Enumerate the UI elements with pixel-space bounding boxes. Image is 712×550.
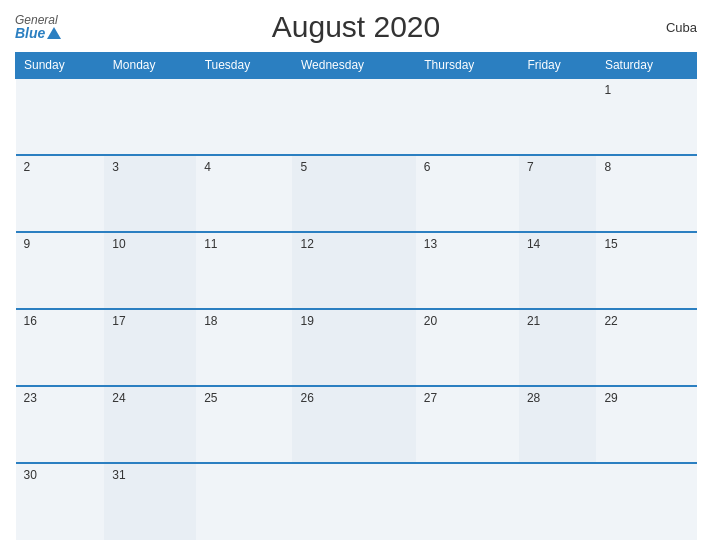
- calendar-day-cell: 22: [596, 309, 696, 386]
- calendar-day-cell: [416, 78, 519, 155]
- day-number: 15: [604, 237, 617, 251]
- calendar-day-cell: 30: [16, 463, 105, 540]
- calendar-header: General Blue August 2020 Cuba: [15, 10, 697, 44]
- day-number: 29: [604, 391, 617, 405]
- day-number: 4: [204, 160, 211, 174]
- calendar-day-cell: 1: [596, 78, 696, 155]
- day-number: 31: [112, 468, 125, 482]
- day-number: 13: [424, 237, 437, 251]
- day-number: 28: [527, 391, 540, 405]
- calendar-day-cell: [196, 463, 292, 540]
- calendar-day-cell: 26: [292, 386, 415, 463]
- day-number: 20: [424, 314, 437, 328]
- day-number: 2: [24, 160, 31, 174]
- calendar-day-cell: 2: [16, 155, 105, 232]
- calendar-day-cell: 19: [292, 309, 415, 386]
- calendar-day-cell: 16: [16, 309, 105, 386]
- day-number: 10: [112, 237, 125, 251]
- calendar-day-cell: 17: [104, 309, 196, 386]
- day-number: 8: [604, 160, 611, 174]
- weekday-header-row: Sunday Monday Tuesday Wednesday Thursday…: [16, 53, 697, 79]
- day-number: 14: [527, 237, 540, 251]
- day-number: 9: [24, 237, 31, 251]
- logo-blue-text: Blue: [15, 26, 61, 40]
- calendar-week-row: 1: [16, 78, 697, 155]
- calendar-week-row: 9101112131415: [16, 232, 697, 309]
- calendar-week-row: 16171819202122: [16, 309, 697, 386]
- calendar-day-cell: 28: [519, 386, 596, 463]
- calendar-day-cell: [519, 463, 596, 540]
- day-number: 5: [300, 160, 307, 174]
- header-wednesday: Wednesday: [292, 53, 415, 79]
- day-number: 17: [112, 314, 125, 328]
- day-number: 21: [527, 314, 540, 328]
- calendar-day-cell: [292, 78, 415, 155]
- day-number: 30: [24, 468, 37, 482]
- calendar-day-cell: 10: [104, 232, 196, 309]
- day-number: 23: [24, 391, 37, 405]
- calendar-day-cell: 20: [416, 309, 519, 386]
- calendar-day-cell: 15: [596, 232, 696, 309]
- calendar-day-cell: 7: [519, 155, 596, 232]
- calendar-table: Sunday Monday Tuesday Wednesday Thursday…: [15, 52, 697, 540]
- day-number: 22: [604, 314, 617, 328]
- calendar-day-cell: 29: [596, 386, 696, 463]
- calendar-day-cell: 8: [596, 155, 696, 232]
- day-number: 11: [204, 237, 217, 251]
- calendar-day-cell: 12: [292, 232, 415, 309]
- day-number: 16: [24, 314, 37, 328]
- calendar-day-cell: [519, 78, 596, 155]
- calendar-day-cell: 21: [519, 309, 596, 386]
- calendar-day-cell: 18: [196, 309, 292, 386]
- day-number: 7: [527, 160, 534, 174]
- calendar-day-cell: [104, 78, 196, 155]
- day-number: 27: [424, 391, 437, 405]
- header-friday: Friday: [519, 53, 596, 79]
- logo-triangle-icon: [47, 27, 61, 39]
- calendar-day-cell: 25: [196, 386, 292, 463]
- calendar-day-cell: 11: [196, 232, 292, 309]
- header-sunday: Sunday: [16, 53, 105, 79]
- calendar-day-cell: 9: [16, 232, 105, 309]
- day-number: 3: [112, 160, 119, 174]
- header-monday: Monday: [104, 53, 196, 79]
- calendar-title: August 2020: [272, 10, 440, 44]
- day-number: 12: [300, 237, 313, 251]
- day-number: 19: [300, 314, 313, 328]
- country-label: Cuba: [666, 20, 697, 35]
- calendar-day-cell: 3: [104, 155, 196, 232]
- calendar-day-cell: 13: [416, 232, 519, 309]
- day-number: 18: [204, 314, 217, 328]
- calendar-container: General Blue August 2020 Cuba Sunday Mon…: [0, 0, 712, 550]
- day-number: 6: [424, 160, 431, 174]
- calendar-day-cell: [292, 463, 415, 540]
- calendar-week-row: 3031: [16, 463, 697, 540]
- calendar-week-row: 23242526272829: [16, 386, 697, 463]
- header-saturday: Saturday: [596, 53, 696, 79]
- calendar-day-cell: 5: [292, 155, 415, 232]
- calendar-day-cell: 23: [16, 386, 105, 463]
- calendar-day-cell: [196, 78, 292, 155]
- calendar-day-cell: 24: [104, 386, 196, 463]
- logo: General Blue: [15, 14, 61, 40]
- day-number: 24: [112, 391, 125, 405]
- calendar-day-cell: 14: [519, 232, 596, 309]
- day-number: 1: [604, 83, 611, 97]
- calendar-day-cell: 6: [416, 155, 519, 232]
- day-number: 26: [300, 391, 313, 405]
- calendar-day-cell: [16, 78, 105, 155]
- header-tuesday: Tuesday: [196, 53, 292, 79]
- calendar-week-row: 2345678: [16, 155, 697, 232]
- calendar-day-cell: 27: [416, 386, 519, 463]
- calendar-day-cell: 31: [104, 463, 196, 540]
- header-thursday: Thursday: [416, 53, 519, 79]
- calendar-day-cell: 4: [196, 155, 292, 232]
- calendar-day-cell: [596, 463, 696, 540]
- day-number: 25: [204, 391, 217, 405]
- calendar-day-cell: [416, 463, 519, 540]
